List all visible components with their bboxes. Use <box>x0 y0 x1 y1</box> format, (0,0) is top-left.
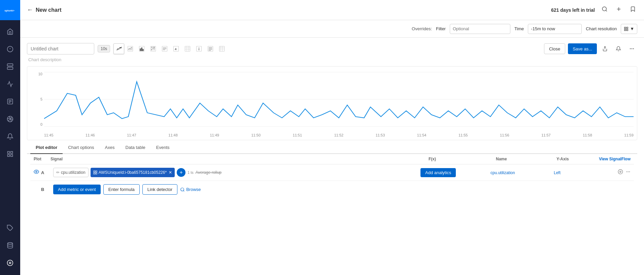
chart-type-single-value[interactable]: 4 <box>171 43 181 54</box>
row-a-signal-col: ✏ cpu.utilization AWSUniqueId:i-0ba65751… <box>53 168 418 177</box>
link-detector-button[interactable]: Link detector <box>142 184 177 195</box>
time-input[interactable] <box>528 24 582 34</box>
svg-rect-14 <box>11 152 13 154</box>
tab-events[interactable]: Events <box>151 142 175 154</box>
sidebar-item-apm[interactable] <box>0 75 20 93</box>
add-analytics-button-a[interactable]: Add analytics <box>420 168 456 177</box>
back-button[interactable]: ← <box>27 6 33 13</box>
svg-rect-39 <box>152 48 154 49</box>
chart-type-text[interactable] <box>194 43 204 54</box>
plot-table-header: Plot Signal F(x) Name Y-Axis View Signal… <box>30 154 634 164</box>
svg-point-72 <box>36 171 37 172</box>
top-bar: ← New chart 621 days left in trial <box>20 0 644 20</box>
sidebar-item-infrastructure[interactable] <box>0 58 20 75</box>
chart-type-heatmap[interactable] <box>148 43 159 54</box>
sidebar-item-tags[interactable] <box>0 219 20 237</box>
svg-rect-32 <box>141 48 142 51</box>
chart-res-button[interactable]: ▼ <box>621 24 637 34</box>
svg-rect-37 <box>154 47 155 48</box>
filter-input[interactable] <box>450 24 510 34</box>
svg-rect-75 <box>94 173 95 174</box>
svg-line-82 <box>183 190 184 191</box>
add-filter-button-a[interactable]: + <box>177 168 185 177</box>
alert-button[interactable] <box>613 43 624 54</box>
svg-point-71 <box>633 48 634 49</box>
browse-link[interactable]: Browse <box>180 187 201 192</box>
svg-rect-50 <box>185 46 190 51</box>
x-label-1147: 11:47 <box>127 133 136 137</box>
share-button[interactable] <box>600 43 610 54</box>
yaxis-link-a[interactable]: Left <box>554 170 561 175</box>
filter-pill-a[interactable]: AWSUniqueId:i-0ba6575181cb05226* ✕ <box>91 168 175 177</box>
browse-label: Browse <box>186 187 201 192</box>
chart-type-table[interactable] <box>182 43 193 54</box>
enter-formula-button[interactable]: Enter formula <box>103 184 140 195</box>
svg-rect-42 <box>152 49 154 50</box>
name-link-a[interactable]: cpu.utilization <box>490 170 515 175</box>
search-button[interactable] <box>600 5 609 15</box>
svg-point-19 <box>9 262 11 264</box>
svg-rect-13 <box>8 152 10 154</box>
filter-remove-a[interactable]: ✕ <box>169 170 172 175</box>
sidebar-item-synthetics[interactable] <box>0 110 20 128</box>
svg-rect-33 <box>143 49 144 51</box>
svg-point-78 <box>626 171 627 172</box>
more-options-button[interactable] <box>626 43 637 54</box>
chart-actions: Close Save as... <box>544 43 637 54</box>
col-header-signal: Signal <box>50 157 429 161</box>
sidebar-item-alerts[interactable] <box>0 40 20 58</box>
col-header-fx: F(x) <box>429 157 496 161</box>
tab-data-table[interactable]: Data table <box>120 142 151 154</box>
tab-chart-options[interactable]: Chart options <box>63 142 99 154</box>
tab-axes[interactable]: Axes <box>100 142 120 154</box>
chart-type-area[interactable] <box>125 43 136 54</box>
chart-res-chevron: ▼ <box>630 26 634 31</box>
sidebar-item-logs[interactable] <box>0 93 20 110</box>
svg-rect-36 <box>152 47 154 48</box>
gear-icon-a[interactable] <box>618 169 623 176</box>
chart-type-line[interactable] <box>113 43 124 54</box>
chart-area: 10 5 0 <box>27 66 637 140</box>
x-label-1150: 11:50 <box>251 133 261 137</box>
add-button[interactable] <box>614 5 623 15</box>
tab-plot-editor[interactable]: Plot editor <box>30 142 63 154</box>
chart-type-list[interactable] <box>159 43 170 54</box>
save-button[interactable]: Save as... <box>568 43 597 54</box>
metric-pill-a[interactable]: ✏ cpu.utilization <box>53 168 89 177</box>
x-label-1154: 11:54 <box>417 133 427 137</box>
refresh-badge: 10s <box>98 45 110 52</box>
svg-rect-43 <box>154 49 155 50</box>
chart-type-event-table[interactable] <box>216 43 227 54</box>
sidebar-item-dashboards[interactable] <box>0 145 20 163</box>
grid-line-bottom <box>44 126 634 127</box>
svg-rect-4 <box>7 64 13 66</box>
add-metric-button[interactable]: Add metric or event <box>53 185 101 194</box>
sidebar-item-settings[interactable] <box>0 254 20 272</box>
sidebar-item-notifications[interactable] <box>0 128 20 145</box>
chart-type-bar[interactable] <box>136 43 147 54</box>
svg-line-21 <box>606 10 607 11</box>
chart-editor: 10s <box>20 38 644 275</box>
visibility-toggle-a[interactable] <box>34 169 39 176</box>
x-axis: 11:45 11:46 11:47 11:48 11:49 11:50 11:5… <box>44 133 634 137</box>
sidebar: splunk> <box>0 0 20 275</box>
x-label-1157: 11:57 <box>541 133 551 137</box>
x-label-1151: 11:51 <box>293 133 302 137</box>
col-header-plot: Plot <box>34 157 50 161</box>
sidebar-item-data-mgmt[interactable] <box>0 237 20 254</box>
x-label-1155: 11:55 <box>459 133 468 137</box>
close-button[interactable]: Close <box>544 43 565 54</box>
x-label-1145: 11:45 <box>44 133 54 137</box>
svg-point-18 <box>8 243 13 244</box>
svg-point-56 <box>199 48 199 48</box>
sidebar-item-home[interactable] <box>0 23 20 40</box>
bookmark-button[interactable] <box>629 5 637 15</box>
chart-title-input[interactable] <box>27 43 94 54</box>
chart-type-event-feed[interactable] <box>205 43 216 54</box>
app-logo[interactable]: splunk> <box>0 0 20 20</box>
svg-rect-63 <box>219 46 225 51</box>
x-label-1148: 11:48 <box>168 133 178 137</box>
more-icon-a[interactable] <box>626 169 631 175</box>
plot-table: Plot Signal F(x) Name Y-Axis View Signal… <box>27 154 637 198</box>
view-signalflow-link[interactable]: View SignalFlow <box>599 157 631 161</box>
